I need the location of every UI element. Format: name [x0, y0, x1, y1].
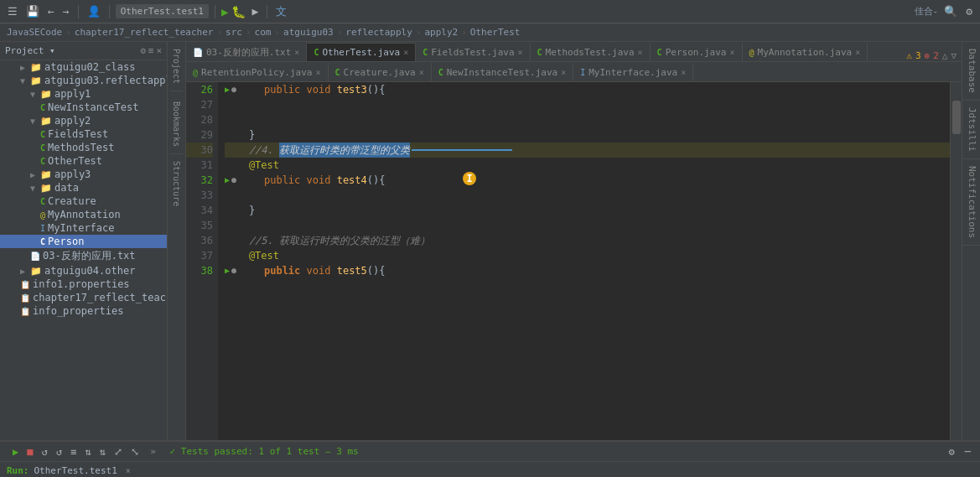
code-editor[interactable]: 26 27 28 29 30 31 32 33 34 35 36 37 38 ▶… — [186, 82, 962, 440]
tab-newinstance[interactable]: C NewInstanceTest.java × — [432, 63, 574, 81]
tab-person[interactable]: C Person.java × — [651, 43, 743, 61]
stop-icon[interactable]: ■ — [24, 445, 35, 459]
breadcrumb-othertest[interactable]: OtherTest — [470, 27, 521, 38]
warning-icon: ⚠ — [906, 50, 912, 61]
sidebar-item-atguigu03[interactable]: ▼ 📁 atguigu03.reflectapply — [0, 74, 167, 87]
breadcrumb-com[interactable]: com — [255, 27, 272, 38]
folder-icon: 📁 — [40, 89, 52, 100]
sidebar-settings-icon[interactable]: ⚙ — [140, 45, 146, 56]
rerun-icon[interactable]: ↺ — [39, 445, 49, 459]
database-panel-tab[interactable]: Database — [962, 42, 980, 101]
sidebar-header[interactable]: Project ▾ ⚙ ≡ × — [0, 42, 167, 60]
main-layout: Project ▾ ⚙ ≡ × ▶ 📁 atguigu02_class ▼ 📁 … — [0, 42, 980, 440]
tab-myinterface[interactable]: I MyInterface.java × — [573, 63, 693, 81]
tab-label: MyAnnotation.java — [758, 47, 853, 58]
sidebar-item-myannotation[interactable]: @ MyAnnotation — [0, 208, 167, 221]
sidebar-item-info1[interactable]: 📋 info1.properties — [0, 277, 167, 291]
tree-view-icon[interactable]: ≡ — [68, 445, 79, 459]
tab-retention[interactable]: @ RetentionPolicy.java × — [186, 63, 329, 81]
run-config-label[interactable]: OtherTest.test1 — [116, 4, 209, 18]
expand-icon[interactable]: ⤢ — [111, 445, 125, 459]
sort-icon[interactable]: ⇅ — [82, 445, 93, 459]
sidebar-collapse-icon[interactable]: ≡ — [148, 45, 154, 56]
sidebar-item-iml[interactable]: 📋 chapter17_reflect_teacher.iml — [0, 291, 167, 304]
search-icon[interactable]: 🔍 — [941, 3, 960, 19]
forward-icon[interactable]: → — [60, 3, 72, 19]
sidebar-item-txt[interactable]: 📄 03-反射的应用.txt — [0, 248, 167, 264]
sidebar-item-myinterface[interactable]: I MyInterface — [0, 221, 167, 235]
tab-txt[interactable]: 📄 03-反射的应用.txt × — [186, 43, 307, 61]
line-numbers: 26 27 28 29 30 31 32 33 34 35 36 37 38 — [186, 82, 218, 440]
sidebar-item-othertest[interactable]: C OtherTest — [0, 154, 167, 168]
sort-alpha-icon[interactable]: ⇅ — [96, 445, 107, 459]
editor-scrollbar[interactable] — [950, 82, 962, 440]
breadcrumb-apply2[interactable]: apply2 — [424, 27, 458, 38]
user-icon[interactable]: 👤 — [85, 3, 103, 19]
project-sidebar: Project ▾ ⚙ ≡ × ▶ 📁 atguigu02_class ▼ 📁 … — [0, 42, 168, 440]
tab-close-retention[interactable]: × — [315, 68, 320, 77]
tab-close-txt[interactable]: × — [294, 48, 299, 57]
debug-button[interactable]: 🐛 — [231, 5, 246, 18]
tab-fieldstest[interactable]: C FieldsTest.java × — [416, 43, 530, 61]
notifications-panel-tab[interactable]: Notifications — [962, 159, 980, 246]
sidebar-item-atguigu02[interactable]: ▶ 📁 atguigu02_class — [0, 60, 167, 74]
rerun-failed-icon[interactable]: ↺ — [54, 445, 65, 459]
bookmarks-panel-tab[interactable]: Bookmarks — [170, 95, 183, 154]
sidebar-item-data[interactable]: ▼ 📁 data — [0, 181, 167, 194]
scroll-down-icon[interactable]: ▽ — [951, 50, 957, 61]
breadcrumb-chapter[interactable]: chapter17_reflect_teacher — [75, 27, 214, 38]
scrollbar-thumb[interactable] — [952, 101, 961, 134]
folder-icon: 📁 — [40, 183, 52, 194]
project-panel-tab[interactable]: Project — [170, 42, 183, 91]
sidebar-item-info-prop[interactable]: 📋 info_properties — [0, 304, 167, 318]
save-icon[interactable]: 💾 — [23, 3, 42, 19]
sidebar-item-apply3[interactable]: ▶ 📁 apply3 — [0, 168, 167, 181]
tab-label: Creature.java — [344, 67, 416, 78]
tab-methodstest[interactable]: C MethodsTest.java × — [531, 43, 651, 61]
translate-icon[interactable]: 文 — [273, 3, 289, 21]
close-run-tab[interactable]: × — [126, 466, 131, 475]
breadcrumb-src[interactable]: src — [226, 27, 242, 38]
jdtsilli-panel-tab[interactable]: Jdtsilli — [962, 101, 980, 159]
run-config-tab[interactable]: OtherTest.test1 — [34, 465, 117, 476]
sidebar-item-fieldstest[interactable]: C FieldsTest — [0, 127, 167, 141]
sidebar-item-person[interactable]: C Person — [0, 235, 167, 248]
code-content[interactable]: ▶ ● public void test3(){ } //4. 获取运行时类的带… — [218, 82, 950, 440]
back-icon[interactable]: ← — [45, 3, 57, 19]
minimize-icon[interactable]: ─ — [962, 445, 973, 459]
tab-close-person[interactable]: × — [730, 48, 735, 57]
tab-close-creature[interactable]: × — [419, 68, 424, 77]
tab-creature[interactable]: C Creature.java × — [329, 63, 432, 81]
code-line-29: } — [225, 127, 950, 143]
settings-gear-icon[interactable]: ⚙ — [963, 3, 975, 19]
run-with-coverage-icon[interactable]: ▶ — [249, 3, 261, 19]
breadcrumb-atguigu03[interactable]: atguigu03 — [283, 27, 334, 38]
breadcrumb-reflectapply[interactable]: reflectapply — [345, 27, 412, 38]
sidebar-close-icon[interactable]: × — [156, 45, 162, 56]
tab-close-myannotation[interactable]: × — [855, 48, 860, 57]
sidebar-item-atguigu04[interactable]: ▶ 📁 atguigu04.other — [0, 264, 167, 277]
settings-icon[interactable]: ⚙ — [946, 445, 957, 459]
sidebar-item-apply2[interactable]: ▼ 📁 apply2 — [0, 114, 167, 127]
tab-othertest[interactable]: C OtherTest.java × — [307, 43, 416, 61]
sidebar-item-newinstancetest[interactable]: C NewInstanceTest — [0, 101, 167, 114]
menu-icon[interactable]: ☰ — [5, 3, 20, 19]
structure-panel-tab[interactable]: Structure — [170, 154, 183, 213]
java-tab-icon4: C — [657, 48, 662, 57]
tab-close-methodstest[interactable]: × — [638, 48, 643, 57]
play-icon[interactable]: ▶ — [10, 445, 21, 459]
breadcrumb-javascode[interactable]: JavaSECode — [7, 27, 62, 38]
collapse-icon[interactable]: ⤡ — [128, 445, 142, 459]
sidebar-item-apply1[interactable]: ▼ 📁 apply1 — [0, 87, 167, 101]
sidebar-item-methodstest[interactable]: C MethodsTest — [0, 141, 167, 154]
run-tab[interactable]: Run: — [7, 465, 29, 476]
tab-close-myinterface[interactable]: × — [681, 68, 686, 77]
tab-label: NewInstanceTest.java — [447, 67, 557, 78]
tab-close-othertest[interactable]: × — [403, 48, 408, 57]
tab-myannotation[interactable]: @ MyAnnotation.java × — [743, 43, 869, 61]
tab-close-newinstance[interactable]: × — [561, 68, 566, 77]
run-button[interactable]: ▶ — [221, 5, 228, 18]
tab-close-fieldstest[interactable]: × — [518, 48, 523, 57]
sidebar-item-creature[interactable]: C Creature — [0, 194, 167, 208]
scroll-up-icon[interactable]: △ — [942, 50, 948, 61]
